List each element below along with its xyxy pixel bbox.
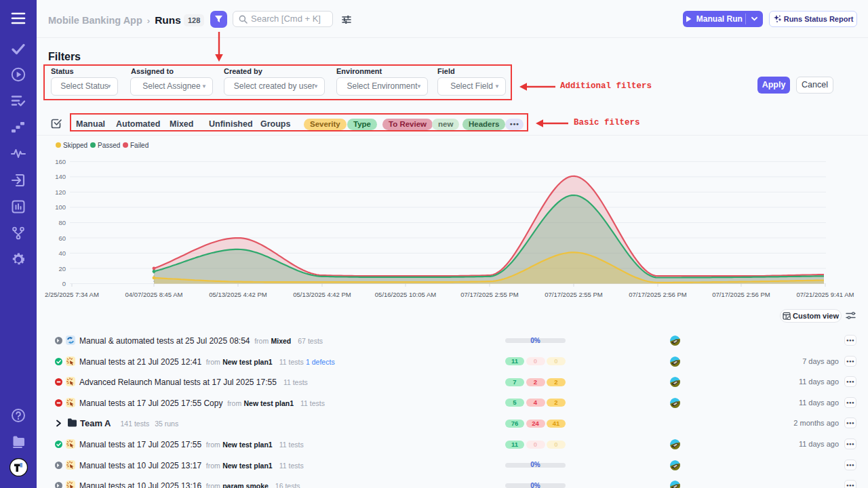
svg-text:07/17/2025 2:56 PM: 07/17/2025 2:56 PM [629, 291, 687, 298]
svg-text:07/21/2025 9:41 AM: 07/21/2025 9:41 AM [796, 291, 854, 298]
svg-text:05/16/2025 10:05 AM: 05/16/2025 10:05 AM [375, 291, 436, 298]
svg-text:0: 0 [62, 280, 66, 287]
svg-text:80: 80 [58, 219, 66, 226]
svg-text:100: 100 [55, 203, 66, 211]
svg-text:2/25/2025 7:34 AM: 2/25/2025 7:34 AM [45, 291, 99, 298]
svg-text:60: 60 [58, 235, 66, 242]
svg-text:40: 40 [58, 249, 66, 257]
svg-text:04/07/2025 8:45 AM: 04/07/2025 8:45 AM [125, 291, 182, 298]
svg-text:07/17/2025 2:55 PM: 07/17/2025 2:55 PM [545, 291, 603, 298]
svg-text:120: 120 [55, 188, 66, 196]
svg-text:160: 160 [55, 158, 66, 165]
svg-text:05/13/2025 4:42 PM: 05/13/2025 4:42 PM [209, 291, 267, 298]
svg-text:07/17/2025 2:56 PM: 07/17/2025 2:56 PM [712, 291, 770, 298]
svg-text:05/13/2025 4:42 PM: 05/13/2025 4:42 PM [293, 291, 351, 298]
svg-text:07/17/2025 2:55 PM: 07/17/2025 2:55 PM [460, 291, 519, 298]
svg-text:140: 140 [55, 173, 66, 180]
svg-text:20: 20 [58, 265, 66, 272]
